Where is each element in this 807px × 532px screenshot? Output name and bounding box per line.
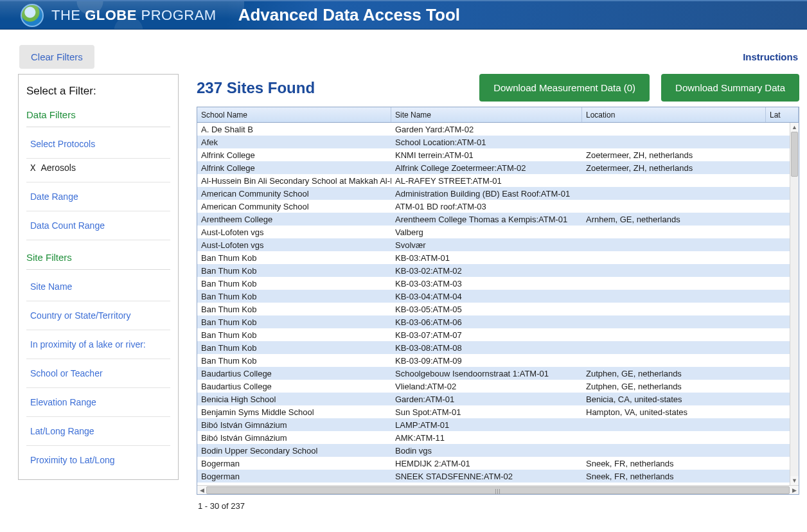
table-row[interactable]: Aust-Lofoten vgsValberg	[197, 226, 790, 238]
table-row[interactable]: BogermanHEMDIJK 2:ATM-01Sneek, FR, nethe…	[197, 457, 790, 470]
table-row[interactable]: Bibó István GimnáziumAMK:ATM-11	[197, 431, 790, 444]
scroll-grip-icon	[495, 489, 501, 494]
cell-school: Ban Thum Kob	[197, 343, 391, 353]
table-row[interactable]: Alfrink CollegeAlfrink College Zoetermee…	[197, 161, 790, 174]
applied-protocol: XAerosols	[26, 159, 170, 182]
download-summary-button[interactable]: Download Summary Data	[661, 74, 799, 102]
cell-site: ATM-01 BD roof:ATM-03	[391, 202, 582, 211]
cell-school: Bogerman	[197, 472, 391, 481]
toolbar-row: Clear Filters Instructions	[0, 30, 807, 73]
cell-site: KB-03-06:ATM-06	[391, 317, 582, 327]
cell-site: Arentheem College Thomas a Kempis:ATM-01	[391, 215, 582, 224]
cell-school: Benjamin Syms Middle School	[197, 407, 391, 417]
table-row[interactable]: Ban Thum KobKB-03-08:ATM-08	[197, 341, 790, 354]
table-row[interactable]: BogermanSNEEK STADSFENNE:ATM-02Sneek, FR…	[197, 470, 790, 483]
table-row[interactable]: Ban Thum KobKB-03-05:ATM-05	[197, 303, 790, 315]
filter-site-name[interactable]: Site Name	[26, 272, 170, 301]
cell-school: Afek	[197, 137, 391, 147]
cell-location: Zoetermeer, ZH, netherlands	[582, 150, 766, 160]
scroll-right-icon[interactable]: ▶	[790, 486, 799, 495]
cell-site: KB-03-04:ATM-04	[391, 292, 582, 301]
scroll-up-icon[interactable]: ▲	[790, 123, 799, 132]
filter-elevation-range[interactable]: Elevation Range	[26, 388, 170, 417]
cell-school: Ban Thum Kob	[197, 330, 391, 340]
clear-filters-button[interactable]: Clear Filters	[19, 45, 94, 69]
table-row[interactable]: Ban Thum KobKB-03-02:ATM-02	[197, 264, 790, 277]
data-filters-heading: Data Filters	[26, 109, 170, 127]
cell-location: Sneek, FR, netherlands	[582, 472, 766, 481]
cell-site: LAMP:ATM-01	[391, 420, 582, 430]
filter-data-count-range[interactable]: Data Count Range	[26, 211, 170, 240]
table-row[interactable]: Ban Thum KobKB-03-09:ATM-09	[197, 354, 790, 367]
table-row[interactable]: Bodin Upper Secondary SchoolBodin vgs	[197, 444, 790, 457]
cell-site: KB-03-03:ATM-03	[391, 279, 582, 288]
globe-logo-icon	[21, 4, 44, 27]
table-row[interactable]: Ban Thum KobKB-03-04:ATM-04	[197, 290, 790, 303]
table-row[interactable]: American Community SchoolAdministration …	[197, 187, 790, 200]
filter-country[interactable]: Country or State/Territory	[26, 301, 170, 330]
brand-program: PROGRAM	[141, 7, 216, 23]
cell-site: Schoolgebouw Isendoornstraat 1:ATM-01	[391, 369, 582, 378]
cell-school: American Community School	[197, 189, 391, 199]
cell-school: Ban Thum Kob	[197, 266, 391, 276]
table-row[interactable]: Bibó István GimnáziumLAMP:ATM-01	[197, 418, 790, 431]
scroll-down-icon[interactable]: ▼	[790, 476, 799, 485]
site-filters-heading: Site Filters	[26, 252, 170, 270]
scroll-thumb-vertical[interactable]	[791, 132, 798, 177]
col-latitude[interactable]: Lat	[766, 107, 799, 122]
cell-site: KB-03-02:ATM-02	[391, 266, 582, 276]
table-row[interactable]: Ban Thum KobKB-03-03:ATM-03	[197, 277, 790, 290]
cell-site: KB-03-07:ATM-07	[391, 330, 582, 340]
cell-school: Al-Hussein Bin Ali Secondary School at M…	[197, 176, 391, 186]
scroll-thumb-horizontal[interactable]	[206, 486, 790, 494]
table-row[interactable]: Ban Thum KobKB-03:ATM-01	[197, 251, 790, 264]
cell-school: Baudartius College	[197, 382, 391, 391]
cell-site: KNMI terrein:ATM-01	[391, 150, 582, 160]
cell-location: Zutphen, GE, netherlands	[582, 382, 766, 391]
table-row[interactable]: Baudartius CollegeSchoolgebouw Isendoorn…	[197, 367, 790, 380]
table-row[interactable]: Alfrink CollegeKNMI terrein:ATM-01Zoeter…	[197, 148, 790, 161]
filter-select-protocols[interactable]: Select Protocols	[26, 130, 170, 159]
filter-proximity-water[interactable]: In proximity of a lake or river:	[26, 330, 170, 359]
cell-site: Bodin vgs	[391, 446, 582, 456]
cell-school: Bodin Upper Secondary School	[197, 446, 391, 456]
filter-school-teacher[interactable]: School or Teacher	[26, 359, 170, 388]
results-panel: 237 Sites Found Download Measurement Dat…	[197, 74, 799, 511]
cell-site: Administration Building (BD) East Roof:A…	[391, 189, 582, 199]
table-row[interactable]: American Community SchoolATM-01 BD roof:…	[197, 200, 790, 213]
cell-site: KB-03-08:ATM-08	[391, 343, 582, 353]
cell-school: Ban Thum Kob	[197, 317, 391, 327]
instructions-link[interactable]: Instructions	[743, 51, 798, 62]
table-row[interactable]: Baudartius CollegeVlieland:ATM-02Zutphen…	[197, 380, 790, 393]
remove-protocol-icon[interactable]: X	[30, 163, 35, 173]
download-measurement-button[interactable]: Download Measurement Data (0)	[479, 74, 650, 102]
cell-school: Ban Thum Kob	[197, 253, 391, 263]
table-row[interactable]: Benjamin Syms Middle SchoolSun Spot:ATM-…	[197, 405, 790, 418]
cell-school: Baudartius College	[197, 369, 391, 378]
table-row[interactable]: AfekSchool Location:ATM-01	[197, 136, 790, 148]
cell-site: Sun Spot:ATM-01	[391, 407, 582, 417]
cell-site: Garden:ATM-01	[391, 395, 582, 404]
cell-school: Ban Thum Kob	[197, 279, 391, 288]
brand-the: THE	[51, 7, 85, 23]
table-row[interactable]: A. De Shalit BGarden Yard:ATM-02	[197, 123, 790, 136]
cell-location: Arnhem, GE, netherlands	[582, 215, 766, 224]
col-location[interactable]: Location	[582, 107, 766, 122]
table-row[interactable]: Al-Hussein Bin Ali Secondary School at M…	[197, 174, 790, 187]
filter-date-range[interactable]: Date Range	[26, 182, 170, 211]
cell-site: Svolvær	[391, 240, 582, 250]
filter-latlong-range[interactable]: Lat/Long Range	[26, 417, 170, 446]
table-row[interactable]: Ban Thum KobKB-03-06:ATM-06	[197, 315, 790, 328]
table-row[interactable]: Ban Thum KobKB-03-07:ATM-07	[197, 328, 790, 341]
table-horizontal-scrollbar[interactable]: ◀ ▶	[197, 485, 799, 494]
col-site-name[interactable]: Site Name	[391, 107, 582, 122]
table-vertical-scrollbar[interactable]: ▲ ▼	[790, 123, 799, 485]
filter-proximity-latlong[interactable]: Proximity to Lat/Long	[26, 446, 170, 474]
table-row[interactable]: Arentheem CollegeArentheem College Thoma…	[197, 213, 790, 226]
table-row[interactable]: Aust-Lofoten vgsSvolvær	[197, 238, 790, 251]
cell-school: Alfrink College	[197, 163, 391, 173]
scroll-left-icon[interactable]: ◀	[197, 486, 206, 495]
table-row[interactable]: Benicia High SchoolGarden:ATM-01Benicia,…	[197, 393, 790, 405]
cell-site: KB-03-05:ATM-05	[391, 305, 582, 314]
col-school-name[interactable]: School Name	[197, 107, 391, 122]
